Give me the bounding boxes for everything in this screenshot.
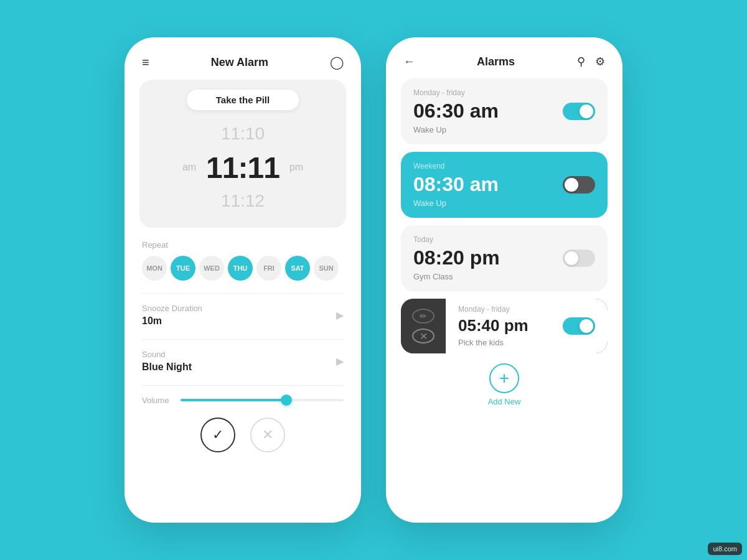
alarm-1-toggle[interactable]	[563, 103, 595, 120]
alarm-list: Monday - friday 06:30 am Wake Up Weekend…	[386, 78, 622, 353]
header-icons: ⚲ ⚙	[577, 55, 605, 68]
add-circle-icon: +	[489, 363, 519, 393]
time-main-row: am 11:11 pm	[182, 151, 303, 185]
alarm-2-time: 08:30 am	[413, 173, 499, 196]
alarm-card-4[interactable]: ✏ ✕ Monday - friday 05:40 pm Pick the ki…	[401, 299, 608, 353]
sound-chevron[interactable]: ▶	[336, 355, 344, 367]
sound-row[interactable]: Sound Blue Night ▶	[142, 350, 344, 375]
left-header: ≡ New Alarm ◯	[125, 37, 361, 80]
day-thu[interactable]: THU	[228, 256, 253, 281]
alarm-name[interactable]: Take the Pill	[187, 90, 299, 110]
alarm-2-day: Weekend	[413, 162, 595, 170]
add-new-label: Add New	[488, 397, 521, 406]
alarm-4-toggle[interactable]	[563, 317, 595, 335]
time-above: 11:10	[221, 120, 265, 148]
volume-row: Volume	[125, 396, 361, 405]
alarm-1-day: Monday - friday	[413, 88, 595, 97]
alarm-3-time-row: 08:20 pm	[413, 246, 595, 269]
snooze-value: 10m	[142, 315, 202, 327]
alarm-2-toggle-thumb	[565, 178, 578, 192]
volume-fill	[181, 399, 286, 401]
alarm-1-time: 06:30 am	[413, 100, 499, 123]
volume-slider[interactable]	[181, 399, 344, 401]
alarm-1-toggle-thumb	[580, 105, 593, 118]
sound-label: Sound	[142, 350, 192, 359]
alarm-4-day: Monday - friday	[458, 305, 595, 314]
divider-1	[142, 293, 344, 294]
pm-label[interactable]: pm	[289, 162, 303, 173]
right-phone: ← Alarms ⚲ ⚙ Monday - friday 06:30 am Wa…	[386, 37, 622, 523]
alarm-3-time: 08:20 pm	[413, 246, 500, 269]
current-time[interactable]: 11:11	[206, 151, 280, 185]
alarm-3-day: Today	[413, 235, 595, 244]
snooze-row[interactable]: Snooze Duration 10m ▶	[142, 304, 344, 329]
alarm-4-time: 05:40 pm	[458, 316, 529, 335]
alarm-4-time-row: 05:40 pm	[458, 316, 595, 335]
action-buttons: ✓ ✕	[125, 418, 361, 452]
sound-info: Sound Blue Night	[142, 350, 192, 373]
alarm-card-1[interactable]: Monday - friday 06:30 am Wake Up	[401, 78, 608, 144]
swipe-content: Monday - friday 05:40 pm Pick the kids	[446, 299, 608, 353]
watermark: ui8.com	[708, 543, 742, 555]
time-picker: Take the Pill 11:10 am 11:11 pm 11:12	[139, 80, 346, 228]
day-sun[interactable]: SUN	[314, 256, 339, 281]
days-row: MON TUE WED THU FRI SAT SUN	[142, 256, 344, 281]
add-new-button[interactable]: + Add New	[386, 363, 622, 406]
alarm-card-3[interactable]: Today 08:20 pm Gym Class	[401, 225, 608, 291]
back-icon[interactable]: ←	[403, 55, 415, 68]
day-tue[interactable]: TUE	[171, 256, 195, 281]
snooze-info: Snooze Duration 10m	[142, 304, 202, 327]
divider-2	[142, 339, 344, 340]
day-mon[interactable]: MON	[142, 256, 167, 281]
settings-icon[interactable]: ⚙	[595, 55, 605, 68]
alarm-4-label: Pick the kids	[458, 338, 595, 347]
day-wed[interactable]: WED	[199, 256, 224, 281]
alarm-2-time-row: 08:30 am	[413, 173, 595, 196]
am-label[interactable]: am	[182, 162, 196, 173]
swipe-actions: ✏ ✕	[401, 299, 446, 353]
alarm-2-label: Wake Up	[413, 198, 595, 208]
alarm-4-toggle-thumb	[580, 319, 593, 333]
volume-thumb[interactable]	[281, 394, 292, 406]
repeat-label: Repeat	[142, 240, 344, 250]
alarm-3-toggle[interactable]	[563, 250, 595, 267]
alarm-3-toggle-thumb	[565, 251, 578, 265]
menu-icon[interactable]: ≡	[142, 55, 149, 70]
snooze-section: Snooze Duration 10m ▶ Sound Blue Night ▶	[125, 293, 361, 386]
cancel-button[interactable]: ✕	[250, 418, 285, 452]
snooze-label: Snooze Duration	[142, 304, 202, 313]
page-title: New Alarm	[211, 56, 268, 69]
volume-label: Volume	[142, 396, 173, 405]
profile-icon[interactable]: ◯	[330, 55, 344, 70]
alarm-card-2[interactable]: Weekend 08:30 am Wake Up	[401, 152, 608, 218]
day-fri[interactable]: FRI	[256, 256, 281, 281]
left-phone: ≡ New Alarm ◯ Take the Pill 11:10 am 11:…	[125, 37, 361, 523]
time-scroll: 11:10 am 11:11 pm 11:12	[139, 120, 346, 215]
alarm-3-label: Gym Class	[413, 272, 595, 281]
day-sat[interactable]: SAT	[285, 256, 310, 281]
alarm-2-toggle[interactable]	[563, 176, 595, 194]
time-below: 11:12	[221, 187, 265, 215]
alarm-1-time-row: 06:30 am	[413, 100, 595, 123]
repeat-section: Repeat MON TUE WED THU FRI SAT SUN	[125, 240, 361, 281]
alarm-1-label: Wake Up	[413, 125, 595, 134]
confirm-button[interactable]: ✓	[200, 418, 235, 452]
delete-action-btn[interactable]: ✕	[412, 329, 435, 343]
search-icon[interactable]: ⚲	[577, 55, 585, 68]
edit-action-btn[interactable]: ✏	[412, 309, 435, 324]
divider-3	[142, 385, 344, 386]
snooze-chevron[interactable]: ▶	[336, 309, 344, 321]
alarms-title: Alarms	[477, 55, 515, 68]
right-header: ← Alarms ⚲ ⚙	[386, 37, 622, 78]
sound-value: Blue Night	[142, 362, 192, 373]
